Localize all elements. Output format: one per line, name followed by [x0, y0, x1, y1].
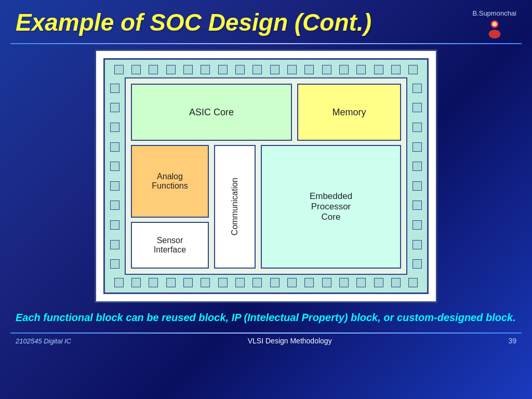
footer-course: 2102545 Digital IC — [16, 337, 71, 345]
pad — [413, 181, 422, 191]
pad — [235, 278, 245, 287]
pad — [287, 278, 297, 287]
pad — [110, 201, 119, 210]
footer-title: VLSI Design Methodology — [248, 337, 332, 345]
pad — [252, 65, 262, 74]
svg-point-1 — [488, 30, 500, 38]
pad — [356, 65, 366, 74]
pad — [131, 278, 141, 287]
pad — [110, 162, 119, 171]
left-column: Analog Functions Sensor Interface — [131, 145, 209, 269]
author-icon — [486, 19, 503, 39]
pad — [339, 278, 349, 287]
pad — [374, 65, 383, 74]
pad — [391, 278, 401, 287]
pad — [408, 278, 418, 287]
pad — [413, 142, 422, 152]
pad — [110, 240, 119, 249]
footer: 2102545 Digital IC VLSI Design Methodolo… — [0, 337, 532, 345]
pad — [166, 278, 176, 287]
top-row: ASIC Core Memory — [131, 84, 401, 141]
header-divider — [10, 43, 522, 44]
diagram-container: ASIC Core Memory Analog Functions Sensor… — [95, 49, 437, 303]
pads-bottom — [110, 278, 422, 287]
embedded-processor-block: Embedded Processor Core — [261, 145, 401, 269]
pad — [131, 65, 141, 74]
pad — [322, 65, 331, 74]
page-title: Example of SOC Design (Cont.) — [16, 9, 371, 36]
pad — [287, 65, 297, 74]
pad — [413, 123, 422, 132]
pad — [218, 278, 228, 287]
pad — [166, 65, 176, 74]
pad — [114, 278, 124, 287]
chip-inner: ASIC Core Memory Analog Functions Sensor… — [125, 77, 407, 275]
pads-right — [413, 78, 422, 274]
pads-left — [110, 78, 119, 274]
chip-outer: ASIC Core Memory Analog Functions Sensor… — [103, 58, 429, 294]
pad — [110, 181, 119, 191]
footer-page-number: 39 — [508, 337, 516, 345]
pad — [110, 123, 119, 132]
pad — [339, 65, 349, 74]
pad — [110, 103, 119, 112]
caption-text: Each functional block can be reused bloc… — [16, 310, 516, 325]
pad — [304, 65, 314, 74]
footer-divider — [10, 332, 522, 334]
bottom-row: Analog Functions Sensor Interface Commun… — [131, 145, 401, 269]
pad — [270, 278, 280, 287]
svg-point-2 — [492, 22, 497, 27]
pad — [201, 65, 210, 74]
main-diagram-area: ASIC Core Memory Analog Functions Sensor… — [0, 49, 532, 303]
pad — [149, 65, 158, 74]
pad — [356, 278, 366, 287]
pad — [183, 278, 193, 287]
asic-core-block: ASIC Core — [131, 84, 292, 141]
pad — [374, 278, 383, 287]
pad — [304, 278, 314, 287]
pad — [110, 220, 119, 230]
analog-functions-block: Analog Functions — [131, 145, 209, 218]
pad — [114, 65, 124, 74]
pad — [413, 240, 422, 249]
sensor-interface-block: Sensor Interface — [131, 222, 209, 269]
pad — [110, 84, 119, 93]
pad — [201, 278, 210, 287]
communication-block: Communication — [214, 145, 256, 269]
pad — [413, 259, 422, 269]
pad — [413, 220, 422, 230]
caption-area: Each functional block can be reused bloc… — [0, 303, 532, 328]
pad — [391, 65, 401, 74]
pad — [218, 65, 228, 74]
pad — [413, 84, 422, 93]
pad — [270, 65, 280, 74]
pad — [413, 201, 422, 210]
memory-block: Memory — [297, 84, 401, 141]
pad — [149, 278, 158, 287]
pad — [408, 65, 418, 74]
pad — [322, 278, 331, 287]
pad — [413, 162, 422, 171]
pad — [183, 65, 193, 74]
pad — [252, 278, 262, 287]
pads-top — [110, 65, 422, 74]
pad — [413, 103, 422, 112]
pad — [235, 65, 245, 74]
author-name: B.Supmonchai — [472, 9, 516, 17]
pad — [110, 259, 119, 269]
pad — [110, 142, 119, 152]
